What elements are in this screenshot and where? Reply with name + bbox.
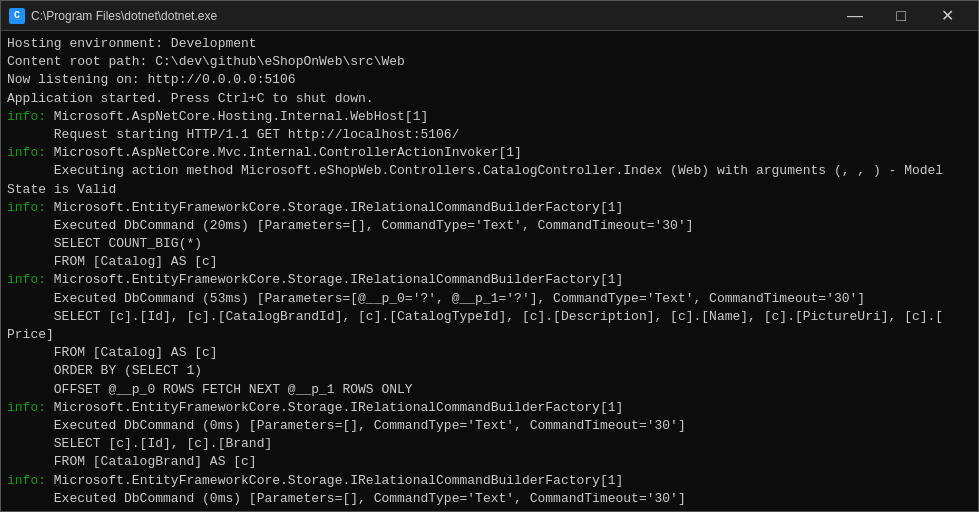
info-prefix: info: <box>7 200 54 215</box>
console-line: info: Microsoft.EntityFrameworkCore.Stor… <box>7 399 972 417</box>
console-line: Executing action method Microsoft.eShopW… <box>7 162 972 180</box>
console-line: FROM [Catalog] AS [c] <box>7 253 972 271</box>
window: C C:\Program Files\dotnet\dotnet.exe — □… <box>0 0 979 512</box>
window-controls: — □ ✕ <box>832 1 970 31</box>
title-bar: C C:\Program Files\dotnet\dotnet.exe — □… <box>1 1 978 31</box>
console-line: Application started. Press Ctrl+C to shu… <box>7 90 972 108</box>
info-prefix: info: <box>7 109 54 124</box>
info-prefix: info: <box>7 473 54 488</box>
console-line: info: Microsoft.EntityFrameworkCore.Stor… <box>7 472 972 490</box>
console-line: Price] <box>7 326 972 344</box>
console-line: SELECT COUNT_BIG(*) <box>7 235 972 253</box>
title-bar-left: C C:\Program Files\dotnet\dotnet.exe <box>9 8 217 24</box>
console-line: Hosting environment: Development <box>7 35 972 53</box>
console-line: info: Microsoft.AspNetCore.Mvc.Internal.… <box>7 144 972 162</box>
minimize-button[interactable]: — <box>832 1 878 31</box>
console-line: ORDER BY (SELECT 1) <box>7 362 972 380</box>
console-line: SELECT [c].[Id], [c].[Type] <box>7 508 972 511</box>
console-line: Content root path: C:\dev\github\eShopOn… <box>7 53 972 71</box>
console-line: Request starting HTTP/1.1 GET http://loc… <box>7 126 972 144</box>
info-prefix: info: <box>7 400 54 415</box>
console-output: Hosting environment: DevelopmentContent … <box>1 31 978 511</box>
close-button[interactable]: ✕ <box>924 1 970 31</box>
info-text: Microsoft.EntityFrameworkCore.Storage.IR… <box>54 272 624 287</box>
console-line: Now listening on: http://0.0.0.0:5106 <box>7 71 972 89</box>
console-line: SELECT [c].[Id], [c].[CatalogBrandId], [… <box>7 308 972 326</box>
console-line: info: Microsoft.EntityFrameworkCore.Stor… <box>7 199 972 217</box>
info-text: Microsoft.EntityFrameworkCore.Storage.IR… <box>54 473 624 488</box>
console-line: Executed DbCommand (0ms) [Parameters=[],… <box>7 417 972 435</box>
info-text: Microsoft.AspNetCore.Hosting.Internal.We… <box>54 109 428 124</box>
app-icon: C <box>9 8 25 24</box>
info-text: Microsoft.EntityFrameworkCore.Storage.IR… <box>54 200 624 215</box>
maximize-button[interactable]: □ <box>878 1 924 31</box>
console-line: info: Microsoft.AspNetCore.Hosting.Inter… <box>7 108 972 126</box>
info-text: Microsoft.EntityFrameworkCore.Storage.IR… <box>54 400 624 415</box>
console-line: Executed DbCommand (0ms) [Parameters=[],… <box>7 490 972 508</box>
console-line: State is Valid <box>7 181 972 199</box>
console-line: Executed DbCommand (20ms) [Parameters=[]… <box>7 217 972 235</box>
console-line: SELECT [c].[Id], [c].[Brand] <box>7 435 972 453</box>
info-text: Microsoft.AspNetCore.Mvc.Internal.Contro… <box>54 145 522 160</box>
info-prefix: info: <box>7 272 54 287</box>
info-prefix: info: <box>7 145 54 160</box>
console-line: FROM [CatalogBrand] AS [c] <box>7 453 972 471</box>
window-title: C:\Program Files\dotnet\dotnet.exe <box>31 9 217 23</box>
console-line: Executed DbCommand (53ms) [Parameters=[@… <box>7 290 972 308</box>
console-line: info: Microsoft.EntityFrameworkCore.Stor… <box>7 271 972 289</box>
console-line: OFFSET @__p_0 ROWS FETCH NEXT @__p_1 ROW… <box>7 381 972 399</box>
console-line: FROM [Catalog] AS [c] <box>7 344 972 362</box>
